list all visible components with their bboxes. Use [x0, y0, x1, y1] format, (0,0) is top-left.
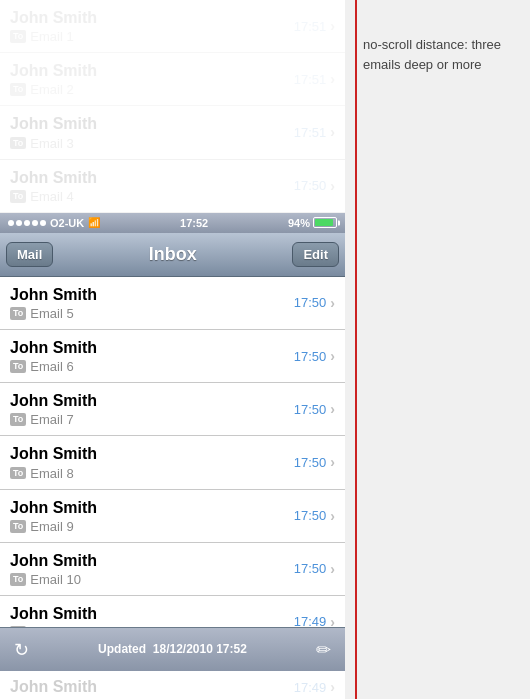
- email-right: 17:51 ›: [294, 18, 335, 34]
- annotation-text: no-scroll distance: three emails deep or…: [363, 35, 520, 74]
- email-subject: Email 6: [30, 359, 73, 374]
- list-item[interactable]: John Smith To Email 11 17:49 ›: [0, 596, 345, 627]
- list-item[interactable]: John Smith To Email 3 17:51 ›: [0, 106, 345, 159]
- email-content: John Smith To Email 3: [10, 114, 294, 150]
- list-item[interactable]: John Smith To Email 7 17:50 ›: [0, 383, 345, 436]
- email-content: John Smith To Email 5: [10, 285, 294, 321]
- status-left: O2-UK 📶: [8, 217, 100, 229]
- email-right: 17:50 ›: [294, 348, 335, 364]
- to-badge: To: [10, 467, 26, 480]
- signal-dot: [24, 220, 30, 226]
- list-item[interactable]: John Smith To Email 10 17:50 ›: [0, 543, 345, 596]
- email-subject: Email 9: [30, 519, 73, 534]
- email-right: 17:50 ›: [294, 401, 335, 417]
- email-subject-row: To Email 8: [10, 466, 294, 481]
- partial-email-content: John Smith: [10, 678, 294, 696]
- partial-sender: John Smith: [10, 678, 294, 696]
- email-sender: John Smith: [10, 168, 294, 187]
- to-badge: To: [10, 190, 26, 203]
- email-sender: John Smith: [10, 498, 294, 517]
- email-time: 17:50: [294, 349, 327, 364]
- email-content: John Smith To Email 10: [10, 551, 294, 587]
- email-right: 17:49 ›: [294, 614, 335, 627]
- email-subject: Email 4: [30, 189, 73, 204]
- updated-time: 17:52: [216, 642, 247, 656]
- signal-dot: [16, 220, 22, 226]
- email-subject-row: To Email 3: [10, 136, 294, 151]
- signal-bars: [8, 220, 46, 226]
- email-time: 17:50: [294, 508, 327, 523]
- status-time: 17:52: [180, 217, 208, 229]
- to-badge: To: [10, 573, 26, 586]
- email-sender: John Smith: [10, 114, 294, 133]
- email-time: 17:50: [294, 561, 327, 576]
- email-subject: Email 7: [30, 412, 73, 427]
- list-item[interactable]: John Smith To Email 9 17:50 ›: [0, 490, 345, 543]
- signal-dot: [40, 220, 46, 226]
- email-subject: Email 5: [30, 306, 73, 321]
- edit-button[interactable]: Edit: [292, 242, 339, 267]
- partial-email-item: John Smith 17:49 ›: [0, 671, 345, 699]
- email-subject: Email 1: [30, 29, 73, 44]
- email-content: John Smith To Email 7: [10, 391, 294, 427]
- email-right: 17:50 ›: [294, 295, 335, 311]
- list-item[interactable]: John Smith To Email 5 17:50 ›: [0, 277, 345, 330]
- partial-time: 17:49: [294, 680, 327, 695]
- email-content: John Smith To Email 9: [10, 498, 294, 534]
- email-subject-row: To Email 4: [10, 189, 294, 204]
- email-subject: Email 10: [30, 572, 81, 587]
- email-right: 17:50 ›: [294, 454, 335, 470]
- email-content: John Smith To Email 2: [10, 61, 294, 97]
- email-right: 17:51 ›: [294, 71, 335, 87]
- signal-dot: [32, 220, 38, 226]
- email-content: John Smith To Email 4: [10, 168, 294, 204]
- email-subject-row: To Email 9: [10, 519, 294, 534]
- list-item[interactable]: John Smith To Email 1 17:51 ›: [0, 0, 345, 53]
- annotation-panel: no-scroll distance: three emails deep or…: [345, 0, 530, 699]
- refresh-icon[interactable]: ↻: [14, 639, 29, 661]
- email-subject-row: To Email 1: [10, 29, 294, 44]
- email-subject-row: To Email 10: [10, 572, 294, 587]
- email-time: 17:49: [294, 614, 327, 627]
- updated-date: 18/12/2010: [153, 642, 213, 656]
- to-badge: To: [10, 413, 26, 426]
- email-right: 17:50 ›: [294, 178, 335, 194]
- email-time: 17:51: [294, 125, 327, 140]
- email-time: 17:51: [294, 19, 327, 34]
- nav-title: Inbox: [149, 244, 197, 265]
- list-item[interactable]: John Smith To Email 6 17:50 ›: [0, 330, 345, 383]
- to-badge: To: [10, 360, 26, 373]
- email-content: John Smith To Email 1: [10, 8, 294, 44]
- email-sender: John Smith: [10, 551, 294, 570]
- chevron-icon: ›: [330, 614, 335, 627]
- bottom-toolbar: ↻ Updated 18/12/2010 17:52 ✏: [0, 627, 345, 671]
- signal-dot: [8, 220, 14, 226]
- to-badge: To: [10, 307, 26, 320]
- chevron-icon: ›: [330, 124, 335, 140]
- wifi-icon: 📶: [88, 217, 100, 228]
- battery-bar: [313, 217, 337, 228]
- email-subject-row: To Email 6: [10, 359, 294, 374]
- chevron-icon: ›: [330, 348, 335, 364]
- chevron-icon: ›: [330, 18, 335, 34]
- list-item[interactable]: John Smith To Email 4 17:50 ›: [0, 160, 345, 213]
- carrier-label: O2-UK: [50, 217, 84, 229]
- phone-panel: John Smith To Email 1 17:51 › John Smith…: [0, 0, 345, 699]
- red-divider: [355, 0, 357, 699]
- back-button[interactable]: Mail: [6, 242, 53, 267]
- chevron-icon: ›: [330, 454, 335, 470]
- toolbar-updated-label: Updated 18/12/2010 17:52: [98, 641, 247, 658]
- email-right: 17:50 ›: [294, 508, 335, 524]
- to-badge: To: [10, 30, 26, 43]
- chevron-icon: ›: [330, 295, 335, 311]
- email-sender: John Smith: [10, 604, 294, 623]
- compose-icon[interactable]: ✏: [316, 639, 331, 661]
- email-content: John Smith To Email 6: [10, 338, 294, 374]
- email-subject: Email 2: [30, 82, 73, 97]
- list-item[interactable]: John Smith To Email 2 17:51 ›: [0, 53, 345, 106]
- email-right: 17:51 ›: [294, 124, 335, 140]
- email-subject-row: To Email 7: [10, 412, 294, 427]
- email-sender: John Smith: [10, 61, 294, 80]
- list-item[interactable]: John Smith To Email 8 17:50 ›: [0, 436, 345, 489]
- updated-label: Updated: [98, 642, 146, 656]
